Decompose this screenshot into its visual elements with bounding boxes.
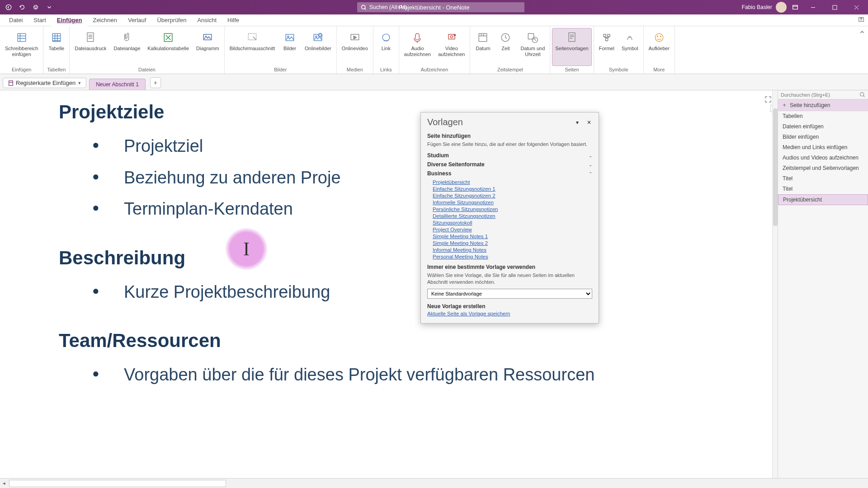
page-search[interactable]: [778, 90, 868, 99]
ribbon-button[interactable]: Bildschirmausschnitt: [226, 28, 278, 66]
ribbon-button[interactable]: Seitenvorlagen: [552, 28, 591, 66]
template-link[interactable]: Persönliche Sitzungsnotizen: [433, 206, 592, 212]
menu-zeichnen[interactable]: Zeichnen: [87, 14, 122, 26]
ribbon-button[interactable]: Kalkulationstabelle: [144, 28, 192, 66]
ribbon-button[interactable]: Datum: [472, 28, 494, 66]
notebook-dropdown[interactable]: Registerkarte Einfügen ▼: [3, 78, 86, 88]
page-list-item[interactable]: Bilder einfügen: [778, 132, 868, 142]
page-list-item[interactable]: Dateien einfügen: [778, 122, 868, 132]
tpl-cat-studium[interactable]: Studium⌄: [427, 151, 592, 160]
ribbon-button-label: Datum und Uhrzeit: [520, 46, 545, 57]
ribbon-button-label: Onlinevideo: [342, 46, 368, 52]
template-link[interactable]: Detaillierte Sitzungsnotizen: [433, 213, 592, 219]
ribbon-button[interactable]: Diagramm: [193, 28, 222, 66]
collapse-ribbon-icon[interactable]: [856, 26, 868, 74]
search-box[interactable]: Suchen (Alt+M): [357, 2, 524, 12]
fullscreen-icon[interactable]: [764, 96, 772, 105]
template-link[interactable]: Project Overview: [433, 227, 592, 232]
heading-team: Team/Ressourcen: [59, 330, 777, 352]
add-section-button[interactable]: +: [150, 77, 161, 88]
page-list-item[interactable]: Audios und Videos aufzeichnen: [778, 153, 868, 163]
template-link[interactable]: Personal Meeting Notes: [433, 254, 592, 259]
menu-start[interactable]: Start: [28, 14, 51, 26]
ribbon-button[interactable]: Onlinevideo: [339, 28, 371, 66]
qat-dropdown-icon[interactable]: [44, 2, 54, 12]
ribbon-button[interactable]: Link: [375, 28, 397, 66]
ribbon-button[interactable]: Onlinebilder: [302, 28, 335, 66]
template-link[interactable]: Simple Meeting Notes 1: [433, 234, 592, 239]
minimize-button[interactable]: [804, 0, 822, 14]
bullet-item[interactable]: Vorgaben über die für dieses Projekt ver…: [92, 364, 777, 386]
add-page-label: Seite hinzufügen: [790, 102, 830, 108]
menu-hilfe[interactable]: Hilfe: [222, 14, 245, 26]
template-link[interactable]: Sitzungsprotokoll: [433, 220, 592, 225]
user-name[interactable]: Fabio Basler: [742, 4, 772, 10]
svg-rect-10: [87, 33, 94, 42]
ribbon-button[interactable]: Symbol: [618, 28, 642, 66]
page-list-item[interactable]: Tabellen: [778, 111, 868, 122]
ribbon-button[interactable]: Video aufzeichnen: [435, 28, 468, 66]
vertical-scrollbar[interactable]: [772, 90, 778, 478]
page-list-item[interactable]: Projektübersicht: [778, 194, 868, 205]
ribbon-icon: [14, 30, 29, 45]
avatar[interactable]: [776, 2, 787, 13]
ribbon-display-icon[interactable]: [790, 2, 800, 12]
close-button[interactable]: [847, 0, 865, 14]
ribbon-icon: [652, 30, 666, 45]
page-list-item[interactable]: Zeitstempel und Seitenvorlagen: [778, 163, 868, 174]
ribbon-button[interactable]: Aufkleber: [646, 28, 673, 66]
ribbon-group-label: More: [646, 66, 673, 74]
touch-mode-icon[interactable]: [31, 2, 41, 12]
ribbon-button[interactable]: Zeit: [495, 28, 516, 66]
section-tab[interactable]: Neuer Abschnitt 1: [89, 79, 146, 90]
template-link[interactable]: Informal Meeting Notes: [433, 247, 592, 253]
menu-ueberpruefen[interactable]: Überprüfen: [151, 14, 192, 26]
ribbon-icon: [283, 30, 297, 45]
template-link[interactable]: Projektübersicht: [433, 179, 592, 185]
ribbon-icon: [599, 30, 614, 45]
horizontal-scrollbar[interactable]: [9, 480, 226, 487]
templates-pane: Vorlagen ▾ ✕ Seite hinzufügen Fügen Sie …: [420, 112, 599, 324]
template-link[interactable]: Informelle Sitzungsnotizen: [433, 200, 592, 205]
ribbon-button[interactable]: Dateiausdruck: [71, 28, 109, 66]
template-link[interactable]: Einfache Sitzungsnotizen 2: [433, 193, 592, 198]
menu-einfuegen[interactable]: Einfügen: [52, 14, 88, 26]
menu-ansicht[interactable]: Ansicht: [192, 14, 222, 26]
ribbon-button[interactable]: Audio aufzeichnen: [401, 28, 434, 66]
ribbon-button[interactable]: Tabelle: [45, 28, 67, 66]
ribbon-button[interactable]: Datum und Uhrzeit: [517, 28, 548, 66]
tpl-save-as-link[interactable]: Aktuelle Seite als Vorlage speichern: [427, 311, 510, 316]
page-list-item[interactable]: Titel: [778, 174, 868, 184]
tpl-cat-diverse[interactable]: Diverse Seitenformate⌄: [427, 160, 592, 169]
add-page-button[interactable]: ＋ Seite hinzufügen: [778, 99, 868, 111]
ribbon-button[interactable]: Dateianlage: [111, 28, 144, 66]
hscroll-left-icon[interactable]: ◂: [3, 480, 5, 486]
maximize-button[interactable]: [826, 0, 844, 14]
heading-beschreibung: Beschreibung: [59, 247, 777, 269]
scrollbar-thumb[interactable]: [773, 108, 778, 226]
menu-datei[interactable]: Datei: [4, 14, 28, 26]
ribbon-button[interactable]: Bilder: [279, 28, 301, 66]
pane-close-icon[interactable]: ✕: [584, 117, 594, 127]
template-link[interactable]: Simple Meeting Notes 2: [433, 240, 592, 246]
tpl-cat-business[interactable]: Business⌃: [427, 169, 592, 178]
page-canvas[interactable]: Projektziele Projektziel Beziehung zu an…: [0, 90, 778, 478]
svg-point-23: [450, 36, 453, 38]
back-icon[interactable]: [4, 2, 14, 12]
tpl-default-select[interactable]: Keine Standardvorlage: [427, 289, 592, 299]
share-icon[interactable]: [858, 16, 864, 24]
undo-icon[interactable]: [17, 2, 27, 12]
page-search-input[interactable]: [781, 92, 857, 98]
ribbon-icon: [311, 30, 325, 45]
section-tabs: Registerkarte Einfügen ▼ Neuer Abschnitt…: [0, 74, 868, 90]
ribbon-button[interactable]: Schreibbereich einfügen: [2, 28, 41, 66]
ribbon-button[interactable]: Formel: [596, 28, 618, 66]
menu-verlauf[interactable]: Verlauf: [123, 14, 151, 26]
svg-rect-8: [18, 33, 26, 42]
pane-dropdown-icon[interactable]: ▾: [572, 117, 582, 127]
template-link[interactable]: Einfache Sitzungsnotizen 1: [433, 186, 592, 192]
ribbon-button-label: Zeit: [501, 46, 509, 52]
page-list-item[interactable]: Titel: [778, 184, 868, 194]
svg-point-0: [6, 5, 11, 9]
page-list-item[interactable]: Medien und Links einfügen: [778, 142, 868, 153]
